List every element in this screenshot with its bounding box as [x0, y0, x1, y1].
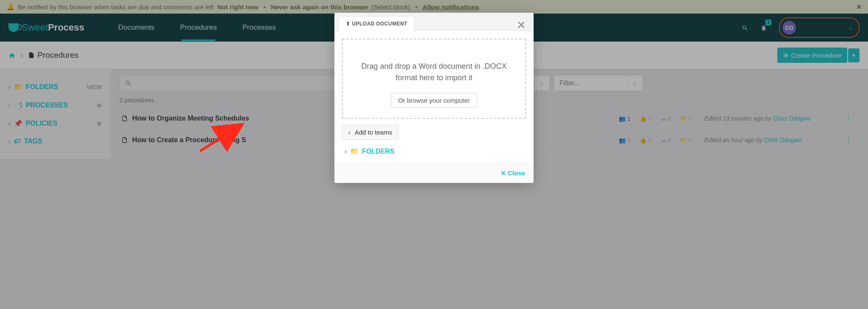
dropzone-text: Drag and drop a Word document in .DOCX f… [353, 61, 515, 84]
folders-label: FOLDERS [362, 148, 394, 155]
chevron-right-icon: › [345, 148, 347, 155]
modal-body: Drag and drop a Word document in .DOCX f… [334, 31, 534, 159]
upload-icon: ⬆ [346, 21, 351, 27]
upload-tab-label: UPLOAD DOCUMENT [352, 21, 407, 27]
add-teams-label: Add to teams [355, 129, 392, 136]
modal-tabs: ⬆ UPLOAD DOCUMENT [334, 13, 534, 31]
close-icon[interactable]: ✕ [517, 19, 526, 32]
upload-modal: ✕ ⬆ UPLOAD DOCUMENT Drag and drop a Word… [334, 13, 534, 159]
dropzone[interactable]: Drag and drop a Word document in .DOCX f… [342, 39, 526, 119]
chevron-right-icon: › [348, 129, 351, 136]
modal-overlay: ✕ ⬆ UPLOAD DOCUMENT Drag and drop a Word… [0, 0, 868, 159]
folder-icon: 📁 [350, 147, 359, 155]
upload-document-tab[interactable]: ⬆ UPLOAD DOCUMENT [339, 16, 415, 31]
folders-toggle[interactable]: › 📁 FOLDERS [342, 147, 526, 155]
browse-computer-button[interactable]: Or browse your computer [391, 93, 477, 108]
add-to-teams-button[interactable]: › Add to teams [342, 125, 398, 140]
